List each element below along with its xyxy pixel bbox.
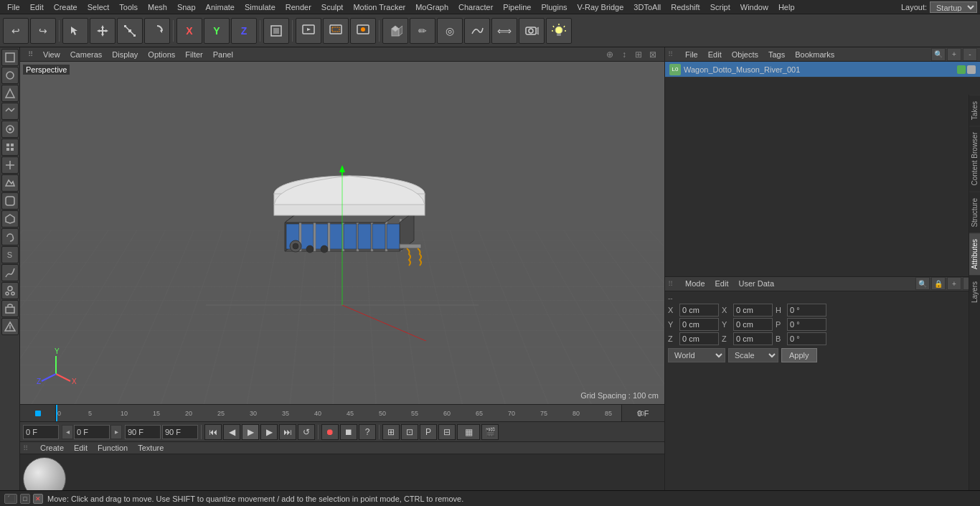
playback-extra-6[interactable]: 🎬 <box>481 424 499 440</box>
viewport-icon-3[interactable]: ⊞ <box>633 49 644 60</box>
attr-menu-edit[interactable]: Edit <box>711 278 733 289</box>
play-button[interactable]: ▶ <box>242 424 259 440</box>
axis-x-button[interactable]: X <box>176 18 202 44</box>
scale-select[interactable]: Scale <box>728 348 778 362</box>
stop-record-button[interactable]: ⏹ <box>340 424 357 440</box>
viewport-icon-4[interactable]: ⊠ <box>647 49 659 60</box>
attr-lock-btn[interactable]: 🔒 <box>931 277 946 290</box>
p-rot-field[interactable] <box>787 318 826 331</box>
menu-pipeline[interactable]: Pipeline <box>499 1 535 13</box>
scale-tool-button[interactable] <box>117 18 143 44</box>
menu-redshift[interactable]: Redshift <box>666 1 704 13</box>
playback-extra-1[interactable]: ⊞ <box>382 424 400 440</box>
pen-button[interactable]: ✏ <box>410 18 435 44</box>
redo-button[interactable]: ↪ <box>30 18 56 44</box>
vtab-structure[interactable]: Structure <box>969 192 980 233</box>
attr-plus-btn[interactable]: + <box>947 277 961 290</box>
axis-y-button[interactable]: Y <box>204 18 230 44</box>
om-search-btn[interactable]: 🔍 <box>931 48 946 61</box>
playback-extra-4[interactable]: ⊟ <box>438 424 456 440</box>
menu-render[interactable]: Render <box>281 1 316 13</box>
playback-extra-2[interactable]: ⊡ <box>401 424 418 440</box>
viewport-icon-2[interactable]: ↕ <box>618 49 630 60</box>
om-menu-tags[interactable]: Tags <box>764 49 789 60</box>
sidebar-tool-3[interactable] <box>1 85 19 102</box>
om-menu-objects[interactable]: Objects <box>727 49 763 60</box>
attr-search-btn[interactable]: 🔍 <box>915 277 930 290</box>
om-menu-bookmarks[interactable]: Bookmarks <box>791 49 839 60</box>
vtab-attributes[interactable]: Attributes <box>969 233 980 275</box>
goto-start-button[interactable]: ⏮ <box>204 424 222 440</box>
next-frame-button[interactable]: ▶ <box>260 424 278 440</box>
menu-script[interactable]: Script <box>706 1 735 13</box>
frame-start-field[interactable] <box>23 425 59 439</box>
interactive-render-button[interactable] <box>350 18 376 44</box>
status-close-btn[interactable]: ✕ <box>33 494 43 504</box>
vp-menu-cameras[interactable]: Cameras <box>66 49 107 60</box>
menu-sculpt[interactable]: Sculpt <box>317 1 348 13</box>
vp-menu-panel[interactable]: Panel <box>209 49 237 60</box>
z-pos-field[interactable] <box>679 332 719 345</box>
object-mode-button[interactable] <box>263 18 289 44</box>
attr-menu-mode[interactable]: Mode <box>681 278 710 289</box>
b-rot-field[interactable] <box>787 332 826 345</box>
menu-3dtoall[interactable]: 3DToAll <box>629 1 665 13</box>
menu-vray[interactable]: V-Ray Bridge <box>573 1 628 13</box>
om-minus-btn[interactable]: - <box>963 48 977 61</box>
menu-mograph[interactable]: MoGraph <box>411 1 453 13</box>
vp-menu-options[interactable]: Options <box>143 49 179 60</box>
sidebar-tool-8[interactable] <box>1 174 19 192</box>
render-region-button[interactable] <box>323 18 349 44</box>
cube-button[interactable] <box>382 18 408 44</box>
render-button[interactable] <box>296 18 321 44</box>
vtab-layers[interactable]: Layers <box>969 275 980 309</box>
y-size-field[interactable] <box>733 318 773 331</box>
help-button[interactable]: ? <box>359 424 376 440</box>
object-row-wagon[interactable]: L0 Wagon_Dotto_Muson_River_001 <box>665 62 980 78</box>
object-render-indicator[interactable] <box>967 65 976 74</box>
menu-snap[interactable]: Snap <box>173 1 200 13</box>
menu-help[interactable]: Help <box>774 1 799 13</box>
sidebar-tool-16[interactable] <box>1 318 19 335</box>
sidebar-tool-15[interactable] <box>1 300 19 317</box>
mat-menu-edit[interactable]: Edit <box>70 442 92 454</box>
light-button[interactable] <box>546 18 572 44</box>
sidebar-tool-13[interactable] <box>1 264 19 281</box>
frame-end-field-1[interactable] <box>125 425 161 439</box>
select-tool-button[interactable] <box>62 18 88 44</box>
menu-mesh[interactable]: Mesh <box>143 1 171 13</box>
om-plus-btn[interactable]: + <box>947 48 961 61</box>
status-icon-1[interactable]: ⬛ <box>4 494 17 504</box>
vtab-content-browser[interactable]: Content Browser <box>969 126 980 191</box>
camera-button[interactable] <box>519 18 545 44</box>
mat-menu-create[interactable]: Create <box>36 442 68 454</box>
sidebar-tool-14[interactable] <box>1 282 19 299</box>
playback-extra-5[interactable]: ▦ <box>457 424 480 440</box>
sidebar-tool-1[interactable] <box>1 49 19 66</box>
sidebar-tool-12[interactable]: S <box>1 246 19 263</box>
menu-simulate[interactable]: Simulate <box>240 1 280 13</box>
3d-viewport[interactable]: Perspective <box>20 62 664 404</box>
move-tool-button[interactable] <box>90 18 116 44</box>
timeline-ruler[interactable]: 0 5 10 15 20 25 30 35 40 45 50 55 60 65 <box>56 405 621 421</box>
y-pos-field[interactable] <box>679 318 719 331</box>
viewport-icon-1[interactable]: ⊕ <box>604 49 616 60</box>
vtab-takes[interactable]: Takes <box>969 95 980 126</box>
sidebar-tool-2[interactable] <box>1 67 19 84</box>
sidebar-tool-5[interactable] <box>1 121 19 138</box>
menu-select[interactable]: Select <box>83 1 114 13</box>
menu-animate[interactable]: Animate <box>202 1 239 13</box>
sidebar-tool-10[interactable] <box>1 210 19 228</box>
vp-menu-filter[interactable]: Filter <box>181 49 207 60</box>
frame-step-down[interactable]: ◂ <box>62 425 73 439</box>
x-pos-field[interactable] <box>679 304 719 317</box>
sidebar-tool-9[interactable] <box>1 192 19 210</box>
symmetry-button[interactable]: ⟺ <box>491 18 517 44</box>
menu-file[interactable]: File <box>3 1 24 13</box>
frame-current-field[interactable] <box>74 425 110 439</box>
sidebar-tool-6[interactable] <box>1 139 19 156</box>
world-select[interactable]: World <box>668 348 725 362</box>
z-size-field[interactable] <box>733 332 773 345</box>
menu-character[interactable]: Character <box>454 1 497 13</box>
menu-motion-tracker[interactable]: Motion Tracker <box>349 1 410 13</box>
